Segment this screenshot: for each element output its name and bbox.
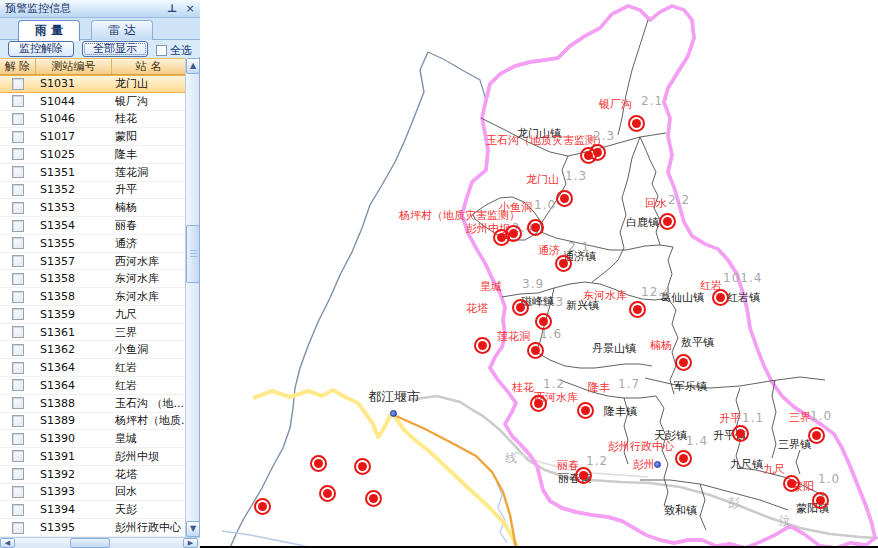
station-marker[interactable] [659,213,676,230]
select-all-checkbox[interactable] [156,45,167,56]
row-checkbox[interactable] [12,255,24,267]
station-marker[interactable] [527,342,544,359]
station-marker[interactable] [530,395,547,412]
vertical-scrollbar[interactable]: ▲ ▼ [185,58,199,537]
row-checkbox[interactable] [12,113,24,125]
column-release[interactable]: 解 除 [0,59,36,74]
row-checkbox[interactable] [12,166,24,178]
row-checkbox[interactable] [12,362,24,374]
row-checkbox[interactable] [12,415,24,427]
row-checkbox[interactable] [12,522,24,534]
station-marker[interactable] [628,115,645,132]
station-marker[interactable] [712,289,729,306]
show-all-button[interactable]: 全部显示 [82,41,148,57]
station-marker[interactable] [556,190,573,207]
station-marker[interactable] [675,354,692,371]
table-row[interactable]: S1025隆丰 [0,146,185,164]
marker-dot [812,431,821,440]
station-marker[interactable] [629,301,646,318]
table-row[interactable]: S1046桂花 [0,111,185,129]
station-marker[interactable] [319,485,336,502]
row-checkbox[interactable] [12,78,24,90]
station-marker[interactable] [577,402,594,419]
table-row[interactable]: S1364红岩 [0,377,185,395]
table-row[interactable]: S1044银厂沟 [0,93,185,111]
table-row[interactable]: S1354丽春 [0,217,185,235]
row-checkbox[interactable] [12,237,24,249]
table-row[interactable]: S1031龙门山 [0,75,185,93]
station-marker[interactable] [812,492,829,509]
row-checkbox[interactable] [12,273,24,285]
vertical-scroll-thumb[interactable] [186,225,200,283]
horizontal-scroll-thumb[interactable] [70,538,110,548]
horizontal-scrollbar[interactable]: ◀ ▶ [0,537,200,548]
scroll-up-arrow[interactable]: ▲ [186,58,200,74]
station-marker[interactable] [505,225,522,242]
row-checkbox[interactable] [12,95,24,107]
table-row[interactable]: S1395彭州行政中心 [0,519,185,537]
station-name: 红岩 [112,378,185,393]
row-checkbox[interactable] [12,486,24,498]
close-icon[interactable]: × [183,2,197,16]
table-row[interactable]: S1353楠杨 [0,199,185,217]
table-row[interactable]: S1357西河水库 [0,253,185,271]
column-station-name[interactable]: 站 名 [112,59,185,74]
table-row[interactable]: S1393回水 [0,484,185,502]
station-marker[interactable] [354,458,371,475]
table-row[interactable]: S1388玉石沟 （地... [0,395,185,413]
station-marker[interactable] [512,299,529,316]
table-row[interactable]: S1352升平 [0,182,185,200]
table-row[interactable]: S1358东河水库 [0,288,185,306]
table-row[interactable]: S1361三界 [0,324,185,342]
row-checkbox[interactable] [12,504,24,516]
table-row[interactable]: S1391彭州中坝 [0,448,185,466]
station-marker[interactable] [732,425,749,442]
station-marker[interactable] [555,255,572,272]
station-marker[interactable] [535,313,552,330]
tab-radar[interactable]: 雷 达 [91,20,153,40]
station-marker[interactable] [575,467,592,484]
row-checkbox[interactable] [12,202,24,214]
row-checkbox[interactable] [12,450,24,462]
station-marker[interactable] [310,455,327,472]
table-row[interactable]: S1362小鱼洞 [0,341,185,359]
row-checkbox[interactable] [12,148,24,160]
row-checkbox[interactable] [12,184,24,196]
table-row[interactable]: S1358东河水库 [0,270,185,288]
row-checkbox[interactable] [12,468,24,480]
table-row[interactable]: S1392花塔 [0,466,185,484]
row-checkbox[interactable] [12,308,24,320]
scroll-down-arrow[interactable]: ▼ [186,521,200,537]
station-marker[interactable] [254,498,271,515]
table-row[interactable]: S1390皇城 [0,430,185,448]
row-checkbox[interactable] [12,379,24,391]
row-checkbox[interactable] [12,326,24,338]
table-row[interactable]: S1351莲花洞 [0,164,185,182]
station-marker[interactable] [365,490,382,507]
row-checkbox[interactable] [12,220,24,232]
scroll-left-arrow[interactable]: ◀ [0,538,15,548]
column-station-id[interactable]: 测站编号 [36,59,112,74]
table-row[interactable]: S1364红岩 [0,359,185,377]
station-marker[interactable] [808,427,825,444]
table-row[interactable]: S1394天彭 [0,501,185,519]
row-checkbox[interactable] [12,397,24,409]
table-row[interactable]: S1017蒙阳 [0,128,185,146]
table-row[interactable]: S1355通济 [0,235,185,253]
tab-rainfall[interactable]: 雨 量 [18,20,80,41]
row-checkbox[interactable] [12,131,24,143]
row-checkbox[interactable] [12,291,24,303]
station-name: 皇城 [112,431,185,446]
station-marker[interactable] [783,475,800,492]
table-row[interactable]: S1389杨坪村（地质... [0,413,185,431]
row-checkbox[interactable] [12,433,24,445]
table-row[interactable]: S1359九尺 [0,306,185,324]
row-checkbox[interactable] [12,344,24,356]
scroll-right-arrow[interactable]: ▶ [183,538,198,548]
station-marker[interactable] [589,144,606,161]
release-monitor-button[interactable]: 监控解除 [8,41,74,57]
pin-icon[interactable]: ⊥ [165,2,179,16]
station-marker[interactable] [527,219,544,236]
station-marker[interactable] [474,337,491,354]
station-marker[interactable] [675,450,692,467]
